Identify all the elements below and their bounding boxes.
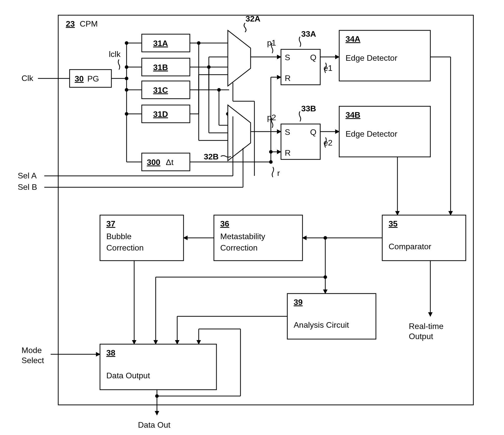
- e2-label: e2: [324, 138, 333, 147]
- meta-ref: 36: [220, 219, 229, 228]
- latchb-ref: 33B: [301, 104, 316, 113]
- dout-ref: 38: [106, 348, 115, 357]
- ref-31d: 31D: [153, 110, 168, 119]
- mode-label-2: Select: [22, 356, 44, 365]
- svg-point-7: [125, 41, 128, 45]
- edb-ref: 34B: [346, 110, 360, 119]
- latchb-q: Q: [310, 128, 316, 137]
- dataout-label: Data Out: [138, 420, 170, 429]
- pg-ref: 30: [75, 74, 84, 83]
- eda-ref: 34A: [346, 34, 360, 44]
- latchb-r: R: [285, 148, 291, 157]
- sela-label: Sel A: [18, 171, 37, 180]
- dout-name: Data Output: [106, 371, 150, 380]
- lclk-label: lclk: [109, 50, 121, 59]
- rt-label-2: Output: [409, 332, 433, 341]
- ref-300: 300: [147, 158, 160, 167]
- eda-name: Edge Detector: [346, 53, 397, 63]
- pg-name: PG: [87, 74, 99, 83]
- ref-31c: 31C: [153, 86, 168, 95]
- r-label: r: [277, 169, 280, 178]
- svg-point-11: [125, 88, 128, 92]
- meta-name1: Metastability: [220, 232, 265, 241]
- bubble-name1: Bubble: [106, 232, 132, 241]
- anal-name: Analysis Circuit: [294, 320, 349, 329]
- cmp-name: Comparator: [389, 242, 431, 251]
- cpm-name: CPM: [80, 19, 98, 28]
- rt-label-1: Real-time: [409, 322, 443, 331]
- svg-point-9: [125, 65, 128, 69]
- ref-31a: 31A: [153, 39, 168, 48]
- muxb-ref: 32B: [204, 152, 219, 161]
- ref-31b: 31B: [153, 63, 168, 72]
- bubble-name2: Correction: [106, 243, 144, 252]
- latchb-s: S: [285, 128, 290, 137]
- latcha-s: S: [285, 53, 290, 62]
- anal-ref: 39: [294, 298, 303, 307]
- latcha-q: Q: [310, 53, 316, 62]
- bubble-ref: 37: [106, 219, 115, 228]
- clk-label: Clk: [22, 74, 33, 83]
- cpm-diagram: 23 CPM Clk Sel A Sel B Mode Select 30 PG…: [0, 0, 504, 435]
- mode-label-1: Mode: [22, 346, 42, 355]
- muxa-ref: 32A: [246, 14, 260, 23]
- cmp-ref: 35: [389, 219, 398, 228]
- latcha-ref: 33A: [301, 29, 316, 38]
- name-300: Δt: [166, 158, 173, 167]
- svg-point-51: [269, 160, 273, 164]
- e1-label: e1: [324, 64, 333, 73]
- svg-point-13: [125, 112, 128, 116]
- cpm-ref: 23: [66, 19, 75, 28]
- data-output-block: [100, 344, 216, 390]
- meta-name2: Correction: [220, 243, 258, 252]
- selb-label: Sel B: [18, 182, 37, 192]
- latcha-r: R: [285, 74, 291, 83]
- edb-name: Edge Detector: [346, 129, 397, 138]
